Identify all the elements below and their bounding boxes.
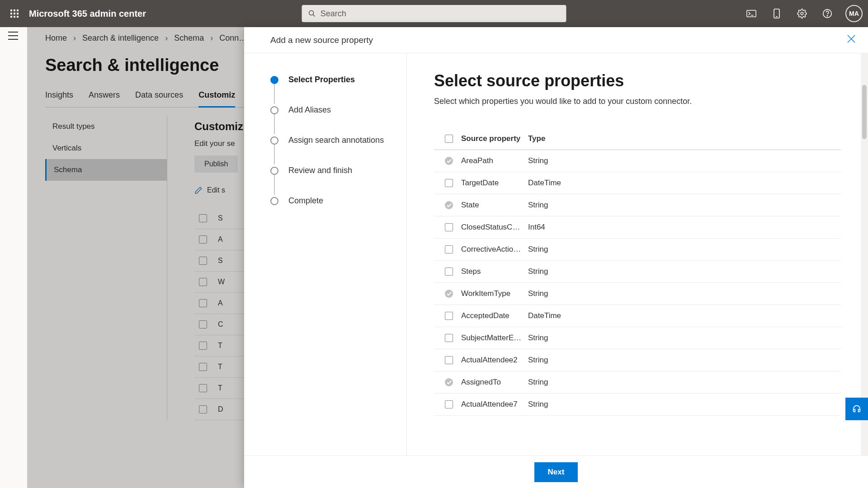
- panel-body: Select PropertiesAdd AliasesAssign searc…: [244, 53, 868, 455]
- next-button[interactable]: Next: [534, 462, 578, 482]
- wizard-step[interactable]: Complete: [270, 196, 388, 206]
- svg-rect-0: [10, 9, 12, 11]
- wizard-step[interactable]: Select Properties: [270, 75, 388, 84]
- source-property-table: Source property Type AreaPath String Tar…: [434, 128, 841, 416]
- property-type: DateTime: [528, 178, 591, 188]
- panel-main: Select source properties Select which pr…: [407, 53, 868, 455]
- cloud-shell-icon[interactable]: [744, 6, 759, 21]
- property-name: AssignedTo: [461, 378, 528, 387]
- panel-title: Add a new source property: [270, 35, 373, 45]
- search-container: [302, 5, 566, 22]
- search-box[interactable]: [302, 5, 566, 22]
- panel-header: Add a new source property: [244, 27, 868, 53]
- wizard-step[interactable]: Add Aliases: [270, 105, 388, 115]
- main-region: Home › Search & intelligence › Schema › …: [0, 27, 868, 488]
- select-all-checkbox[interactable]: [437, 135, 461, 143]
- svg-rect-7: [14, 16, 15, 18]
- table-row[interactable]: AcceptedDate DateTime: [434, 305, 841, 327]
- property-type: String: [528, 333, 591, 343]
- property-type: String: [528, 156, 591, 165]
- column-header-name[interactable]: Source property: [461, 134, 528, 143]
- property-name: AcceptedDate: [461, 311, 528, 320]
- property-name: ActualAttendee7: [461, 400, 528, 409]
- table-row[interactable]: ActualAttendee2 String: [434, 349, 841, 371]
- row-checkbox[interactable]: [445, 356, 453, 364]
- table-row[interactable]: ActualAttendee7 String: [434, 394, 841, 416]
- add-source-property-panel: Add a new source property Select Propert…: [244, 27, 868, 488]
- scrollbar-track[interactable]: [861, 53, 868, 455]
- step-label: Select Properties: [288, 75, 355, 84]
- table-row[interactable]: AreaPath String: [434, 150, 841, 172]
- checkmark-icon[interactable]: [445, 378, 453, 386]
- top-header: Microsoft 365 admin center MA: [0, 0, 868, 27]
- step-indicator-icon: [270, 197, 278, 205]
- svg-rect-1: [14, 9, 15, 11]
- account-avatar[interactable]: MA: [845, 5, 863, 22]
- checkmark-icon[interactable]: [445, 201, 453, 209]
- svg-rect-6: [10, 16, 12, 18]
- property-type: String: [528, 400, 591, 409]
- help-icon[interactable]: [820, 6, 835, 21]
- property-name: State: [461, 201, 528, 210]
- table-row[interactable]: ClosedStatusCode Int64: [434, 216, 841, 239]
- svg-point-15: [801, 12, 803, 15]
- property-type: Int64: [528, 223, 591, 232]
- row-checkbox[interactable]: [445, 179, 453, 187]
- property-type: String: [528, 201, 591, 210]
- property-type: DateTime: [528, 311, 591, 320]
- step-indicator-icon: [270, 167, 278, 175]
- property-name: SubjectMatterEx…: [461, 333, 528, 343]
- headset-icon: [852, 404, 862, 414]
- table-header-row: Source property Type: [434, 128, 841, 150]
- row-checkbox[interactable]: [445, 267, 453, 276]
- header-actions: MA: [744, 5, 863, 22]
- wizard-stepper: Select PropertiesAdd AliasesAssign searc…: [244, 53, 407, 455]
- mobile-icon[interactable]: [769, 6, 784, 21]
- step-indicator-icon: [270, 76, 278, 84]
- nav-toggle-icon[interactable]: [8, 32, 19, 42]
- app-launcher-icon[interactable]: [5, 5, 24, 23]
- panel-main-heading: Select source properties: [434, 71, 841, 90]
- svg-rect-3: [10, 13, 12, 14]
- wizard-step[interactable]: Assign search annotations: [270, 136, 388, 145]
- row-checkbox[interactable]: [445, 245, 453, 253]
- column-header-type[interactable]: Type: [528, 134, 591, 143]
- table-row[interactable]: State String: [434, 194, 841, 216]
- nav-rail: [0, 27, 27, 488]
- table-row[interactable]: AssignedTo String: [434, 371, 841, 394]
- search-input[interactable]: [321, 9, 560, 19]
- table-row[interactable]: TargetDate DateTime: [434, 172, 841, 194]
- scrollbar-thumb[interactable]: [862, 85, 867, 139]
- table-row[interactable]: SubjectMatterEx… String: [434, 327, 841, 349]
- property-name: AreaPath: [461, 156, 528, 165]
- search-icon: [308, 9, 316, 18]
- svg-rect-4: [14, 13, 15, 14]
- svg-rect-2: [17, 9, 19, 11]
- property-name: Steps: [461, 267, 528, 276]
- step-indicator-icon: [270, 106, 278, 114]
- svg-point-9: [309, 11, 314, 15]
- checkmark-icon[interactable]: [445, 290, 453, 298]
- step-label: Assign search annotations: [288, 136, 384, 145]
- step-indicator-icon: [270, 136, 278, 145]
- wizard-step[interactable]: Review and finish: [270, 166, 388, 175]
- property-type: String: [528, 267, 591, 276]
- table-row[interactable]: CorrectiveAction… String: [434, 239, 841, 261]
- property-name: CorrectiveAction…: [461, 245, 528, 254]
- property-type: String: [528, 245, 591, 254]
- svg-rect-5: [17, 13, 19, 14]
- row-checkbox[interactable]: [445, 312, 453, 320]
- app-title: Microsoft 365 admin center: [29, 9, 146, 19]
- property-name: WorkItemType: [461, 289, 528, 298]
- checkmark-icon[interactable]: [445, 157, 453, 165]
- row-checkbox[interactable]: [445, 223, 453, 231]
- settings-gear-icon[interactable]: [795, 6, 809, 21]
- table-row[interactable]: Steps String: [434, 261, 841, 283]
- close-panel-button[interactable]: [847, 35, 855, 45]
- page-content: Home › Search & intelligence › Schema › …: [27, 27, 868, 488]
- table-row[interactable]: WorkItemType String: [434, 283, 841, 305]
- row-checkbox[interactable]: [445, 400, 453, 408]
- row-checkbox[interactable]: [445, 334, 453, 342]
- feedback-button[interactable]: [845, 398, 868, 420]
- svg-line-10: [313, 14, 315, 16]
